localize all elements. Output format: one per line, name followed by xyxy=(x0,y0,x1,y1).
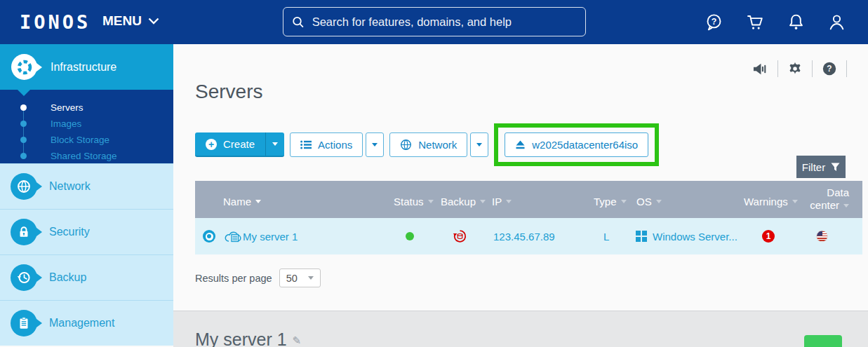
toolbar: + Create Actions Network w2025datacenter… xyxy=(195,123,659,166)
sidebar-item-label: Infrastructure xyxy=(51,61,116,74)
infrastructure-icon xyxy=(11,54,37,80)
column-header-type[interactable]: Type xyxy=(594,196,627,207)
iso-eject-button[interactable]: w2025datacenter64iso xyxy=(505,132,648,157)
table-row[interactable]: My server 1 123.45.67.89 L Windows Serve… xyxy=(195,218,862,254)
sidebar-item-management[interactable]: Management xyxy=(0,300,173,346)
sort-icon xyxy=(843,204,849,207)
server-os[interactable]: Windows Server... xyxy=(653,231,737,243)
row-radio-selected[interactable] xyxy=(203,230,215,243)
cart-icon[interactable] xyxy=(745,13,765,32)
chevron-down-icon xyxy=(308,276,314,280)
user-icon[interactable] xyxy=(827,13,846,32)
actions-label: Actions xyxy=(318,139,352,151)
detail-title: My server 1 xyxy=(195,329,287,347)
network-dropdown-toggle[interactable] xyxy=(470,132,488,157)
network-button[interactable]: Network xyxy=(389,132,467,157)
main-content: ? Servers + Create Actions Network xyxy=(173,44,868,311)
divider xyxy=(777,60,778,77)
sort-icon xyxy=(506,200,512,203)
active-section-notch xyxy=(18,90,30,96)
iso-label: w2025datacenter64iso xyxy=(532,139,638,151)
sidebar: Infrastructure Servers Images Block Stor… xyxy=(0,44,173,347)
sidebar-item-label: Backup xyxy=(49,271,86,284)
column-header-backup[interactable]: Backup xyxy=(441,196,486,207)
list-icon xyxy=(300,140,312,149)
windows-icon xyxy=(636,231,647,242)
column-header-ip[interactable]: IP xyxy=(492,196,512,207)
sidebar-item-backup[interactable]: Backup xyxy=(0,254,173,300)
sidebar-item-network[interactable]: Network xyxy=(0,163,173,209)
edit-pencil-icon[interactable]: ✎ xyxy=(293,334,302,347)
gear-icon[interactable] xyxy=(787,61,803,76)
svg-text:?: ? xyxy=(827,64,832,74)
server-ip[interactable]: 123.45.67.89 xyxy=(493,231,555,243)
highlight-box: w2025datacenter64iso xyxy=(494,123,659,166)
sidebar-item-block-storage[interactable]: Block Storage xyxy=(0,132,173,148)
column-header-datacenter[interactable]: Data center xyxy=(797,186,849,212)
server-name-link[interactable]: My server 1 xyxy=(243,231,298,243)
filter-button[interactable]: Filter xyxy=(796,156,846,178)
globe-icon xyxy=(11,173,37,200)
detail-green-button[interactable] xyxy=(804,335,842,347)
clipboard-icon xyxy=(11,310,37,336)
results-per-page-select[interactable]: 50 xyxy=(279,268,321,287)
pagination: Results per page 50 xyxy=(195,268,321,287)
create-button[interactable]: + Create xyxy=(195,132,284,157)
chevron-down-icon xyxy=(372,143,378,147)
column-header-name[interactable]: Name xyxy=(223,196,261,207)
ionos-logo[interactable]: IONOS xyxy=(20,11,91,33)
column-header-os[interactable]: OS xyxy=(636,196,662,207)
column-header-warnings[interactable]: Warnings xyxy=(744,196,798,207)
status-indicator xyxy=(406,232,414,240)
bell-icon[interactable] xyxy=(787,13,806,32)
chevron-down-icon xyxy=(272,142,278,146)
server-type: L xyxy=(603,231,609,243)
network-label: Network xyxy=(418,139,457,151)
bullet-icon xyxy=(20,104,27,111)
chevron-down-icon xyxy=(148,18,159,25)
us-flag-icon xyxy=(816,231,828,243)
svg-text:?: ? xyxy=(712,17,717,27)
help-icon[interactable]: ? xyxy=(822,61,837,76)
sort-icon xyxy=(428,200,434,203)
submenu-label: Images xyxy=(51,118,81,129)
actions-button[interactable]: Actions xyxy=(290,132,363,157)
cloud-server-icon xyxy=(224,229,243,244)
sort-icon xyxy=(621,200,627,203)
chevron-down-icon xyxy=(476,143,482,147)
top-navbar: IONOS MENU ? xyxy=(0,0,868,44)
plus-icon: + xyxy=(206,139,217,150)
create-dropdown-toggle[interactable] xyxy=(265,132,284,156)
lock-icon xyxy=(11,219,37,245)
sidebar-item-label: Network xyxy=(49,180,91,193)
sidebar-item-security[interactable]: Security xyxy=(0,209,173,254)
search-icon xyxy=(292,15,305,29)
menu-label: MENU xyxy=(102,13,142,29)
global-search[interactable] xyxy=(283,7,586,36)
warning-badge[interactable]: 1 xyxy=(762,230,775,243)
sidebar-item-images[interactable]: Images xyxy=(0,116,173,132)
menu-button[interactable]: MENU xyxy=(102,13,159,29)
help-bubble-icon[interactable]: ? xyxy=(705,13,723,32)
server-detail-panel: My server 1 ✎ xyxy=(173,311,868,347)
sort-icon xyxy=(656,200,662,203)
search-input[interactable] xyxy=(312,15,577,29)
table-header: Name Status Backup IP Type OS Warnings D… xyxy=(195,181,862,218)
column-header-status[interactable]: Status xyxy=(394,196,434,207)
bullet-icon xyxy=(20,153,27,159)
divider xyxy=(812,60,813,77)
results-per-page-value: 50 xyxy=(286,273,298,284)
sidebar-item-servers[interactable]: Servers xyxy=(0,100,173,116)
sort-icon xyxy=(480,200,486,203)
infrastructure-submenu: Servers Images Block Storage Shared Stor… xyxy=(0,90,173,163)
globe-icon xyxy=(400,139,412,151)
submenu-label: Servers xyxy=(51,102,84,113)
sidebar-item-infrastructure[interactable]: Infrastructure xyxy=(0,44,173,90)
results-per-page-label: Results per page xyxy=(195,273,272,284)
backup-icon[interactable] xyxy=(453,229,467,244)
create-label: Create xyxy=(223,138,255,150)
actions-dropdown-toggle[interactable] xyxy=(366,132,384,157)
megaphone-icon[interactable] xyxy=(752,62,768,76)
page-title: Servers xyxy=(195,81,262,103)
sidebar-item-shared-storage[interactable]: Shared Storage xyxy=(0,148,173,164)
